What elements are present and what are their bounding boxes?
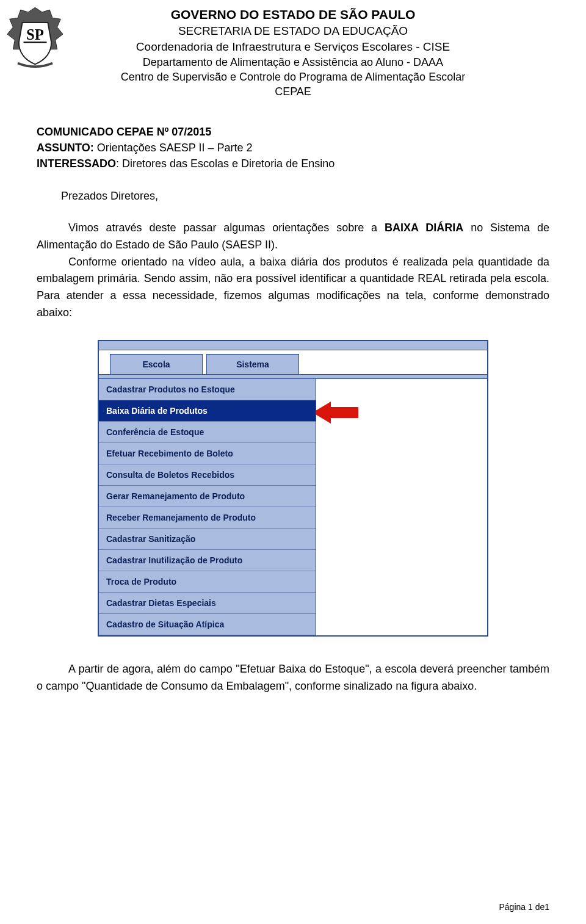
menu-tab-sistema[interactable]: Sistema — [206, 354, 299, 374]
paragraph-1: Vimos através deste passar algumas orien… — [37, 220, 549, 322]
menu-tabs: Escola Sistema — [99, 350, 487, 374]
p1-text-a: Vimos através deste passar algumas orien… — [68, 222, 385, 234]
page-footer: Página 1 de1 — [499, 902, 549, 912]
p2-q2: "Quantidade de Consumo da Embalagem" — [82, 680, 289, 692]
comunicado-label: COMUNICADO CEPAE Nº 07/2015 — [37, 126, 211, 138]
menu-item-4[interactable]: Consulta de Boletos Recebidos — [99, 464, 316, 486]
document-meta: COMUNICADO CEPAE Nº 07/2015 ASSUNTO: Ori… — [37, 124, 549, 171]
document-header: SP GOVERNO DO ESTADO DE SÃO PAULO SECRET… — [37, 6, 549, 99]
p1-text-c: Conforme orientado na vídeo aula, a baix… — [37, 256, 549, 319]
menu-item-10[interactable]: Cadastrar Dietas Especiais — [99, 593, 316, 614]
header-line-1: GOVERNO DO ESTADO DE SÃO PAULO — [37, 6, 549, 23]
interessado-value: : Diretores das Escolas e Diretoria de E… — [116, 157, 335, 170]
assunto-label: ASSUNTO: — [37, 142, 94, 154]
menu-item-2[interactable]: Conferência de Estoque — [99, 422, 316, 443]
menu-tab-escola[interactable]: Escola — [110, 354, 203, 374]
menu-item-9[interactable]: Troca de Produto — [99, 571, 316, 593]
menu-item-11[interactable]: Cadastro de Situação Atípica — [99, 614, 316, 635]
interessado-label: INTERESSADO — [37, 157, 116, 170]
paragraph-2: A partir de agora, além do campo "Efetua… — [37, 661, 549, 695]
header-line-4: Departamento de Alimentação e Assistênci… — [37, 55, 549, 70]
menu-screenshot: Escola Sistema Cadastrar Produtos no Est… — [98, 340, 488, 637]
menu-item-3[interactable]: Efetuar Recebimento de Boleto — [99, 443, 316, 464]
menu-top-bar — [99, 341, 487, 350]
header-line-2: SECRETARIA DE ESTADO DA EDUCAÇÃO — [37, 23, 549, 39]
header-line-6: CEPAE — [37, 84, 549, 99]
svg-text:SP: SP — [26, 26, 44, 43]
menu-tab-strip — [99, 374, 487, 379]
header-line-5: Centro de Supervisão e Controle do Progr… — [37, 70, 549, 84]
menu-item-1[interactable]: Baixa Diária de Produtos — [99, 400, 316, 422]
menu-item-8[interactable]: Cadastrar Inutilização de Produto — [99, 550, 316, 571]
p2-text-c: , conforme sinalizado na figura abaixo. — [289, 680, 477, 692]
menu-item-6[interactable]: Receber Remanejamento de Produto — [99, 507, 316, 529]
p2-q1: "Efetuar Baixa do Estoque" — [236, 663, 369, 675]
state-crest-icon: SP — [6, 6, 64, 76]
menu-item-7[interactable]: Cadastrar Sanitização — [99, 529, 316, 550]
p2-text-a: A partir de agora, além do campo — [68, 663, 236, 675]
salutation: Prezados Diretores, — [61, 190, 549, 203]
menu-item-5[interactable]: Gerar Remanejamento de Produto — [99, 486, 316, 507]
p1-bold: BAIXA DIÁRIA — [385, 222, 463, 234]
menu-item-0[interactable]: Cadastrar Produtos no Estoque — [99, 379, 316, 400]
header-line-3: Coordenadoria de Infraestrutura e Serviç… — [37, 39, 549, 55]
assunto-value: Orientações SAESP II – Parte 2 — [94, 142, 253, 154]
